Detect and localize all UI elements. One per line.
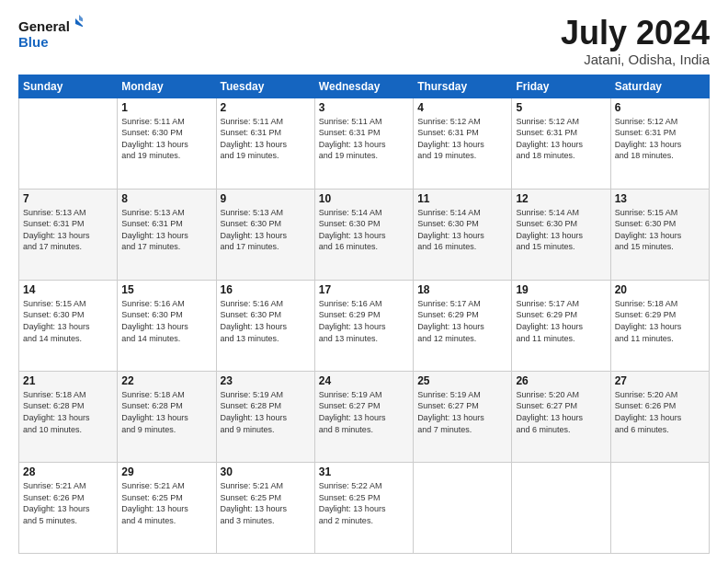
day-info: Sunrise: 5:12 AM Sunset: 6:31 PM Dayligh… <box>516 116 606 162</box>
day-info: Sunrise: 5:22 AM Sunset: 6:25 PM Dayligh… <box>319 480 409 526</box>
calendar-cell: 8Sunrise: 5:13 AM Sunset: 6:31 PM Daylig… <box>118 189 216 280</box>
day-number: 8 <box>121 192 211 205</box>
day-number: 14 <box>23 283 113 296</box>
day-info: Sunrise: 5:16 AM Sunset: 6:30 PM Dayligh… <box>221 298 311 344</box>
calendar-cell: 4Sunrise: 5:12 AM Sunset: 6:31 PM Daylig… <box>414 98 512 189</box>
day-number: 7 <box>23 192 113 205</box>
logo: General Blue <box>18 15 83 52</box>
day-number: 5 <box>516 101 606 114</box>
calendar-cell: 16Sunrise: 5:16 AM Sunset: 6:30 PM Dayli… <box>216 280 314 371</box>
calendar-cell: 7Sunrise: 5:13 AM Sunset: 6:31 PM Daylig… <box>19 189 118 280</box>
weekday-header: Thursday <box>414 75 512 98</box>
calendar-cell: 29Sunrise: 5:21 AM Sunset: 6:25 PM Dayli… <box>118 462 216 553</box>
day-number: 9 <box>221 192 311 205</box>
day-number: 21 <box>23 374 113 387</box>
calendar-cell: 10Sunrise: 5:14 AM Sunset: 6:30 PM Dayli… <box>314 189 413 280</box>
day-number: 30 <box>221 465 311 478</box>
calendar-cell: 15Sunrise: 5:16 AM Sunset: 6:30 PM Dayli… <box>118 280 216 371</box>
day-info: Sunrise: 5:15 AM Sunset: 6:30 PM Dayligh… <box>23 298 113 344</box>
day-info: Sunrise: 5:19 AM Sunset: 6:27 PM Dayligh… <box>417 389 507 435</box>
calendar-cell: 19Sunrise: 5:17 AM Sunset: 6:29 PM Dayli… <box>512 280 610 371</box>
day-info: Sunrise: 5:20 AM Sunset: 6:27 PM Dayligh… <box>516 389 606 435</box>
calendar-cell: 13Sunrise: 5:15 AM Sunset: 6:30 PM Dayli… <box>610 189 709 280</box>
calendar-cell: 27Sunrise: 5:20 AM Sunset: 6:26 PM Dayli… <box>610 371 709 462</box>
calendar-cell: 30Sunrise: 5:21 AM Sunset: 6:25 PM Dayli… <box>216 462 314 553</box>
day-info: Sunrise: 5:13 AM Sunset: 6:31 PM Dayligh… <box>121 207 211 253</box>
day-info: Sunrise: 5:11 AM Sunset: 6:30 PM Dayligh… <box>121 116 211 162</box>
weekday-header: Sunday <box>19 75 118 98</box>
day-info: Sunrise: 5:20 AM Sunset: 6:26 PM Dayligh… <box>615 389 705 435</box>
day-number: 28 <box>23 465 113 478</box>
header: General Blue July 2024 Jatani, Odisha, I… <box>18 15 710 67</box>
calendar-cell: 1Sunrise: 5:11 AM Sunset: 6:30 PM Daylig… <box>118 98 216 189</box>
day-number: 10 <box>319 192 409 205</box>
calendar-cell: 24Sunrise: 5:19 AM Sunset: 6:27 PM Dayli… <box>314 371 413 462</box>
day-number: 17 <box>319 283 409 296</box>
calendar-cell: 20Sunrise: 5:18 AM Sunset: 6:29 PM Dayli… <box>610 280 709 371</box>
day-info: Sunrise: 5:19 AM Sunset: 6:28 PM Dayligh… <box>221 389 311 435</box>
svg-marker-3 <box>79 15 83 24</box>
day-number: 18 <box>417 283 507 296</box>
day-number: 11 <box>417 192 507 205</box>
day-number: 12 <box>516 192 606 205</box>
day-number: 15 <box>121 283 211 296</box>
day-info: Sunrise: 5:18 AM Sunset: 6:28 PM Dayligh… <box>121 389 211 435</box>
calendar-cell: 3Sunrise: 5:11 AM Sunset: 6:31 PM Daylig… <box>314 98 413 189</box>
day-number: 6 <box>615 101 705 114</box>
day-number: 24 <box>319 374 409 387</box>
day-number: 31 <box>319 465 409 478</box>
day-number: 1 <box>121 101 211 114</box>
calendar-cell <box>19 98 118 189</box>
logo-svg: General Blue <box>18 15 83 52</box>
calendar-cell: 12Sunrise: 5:14 AM Sunset: 6:30 PM Dayli… <box>512 189 610 280</box>
calendar-cell: 9Sunrise: 5:13 AM Sunset: 6:30 PM Daylig… <box>216 189 314 280</box>
day-info: Sunrise: 5:14 AM Sunset: 6:30 PM Dayligh… <box>516 207 606 253</box>
day-info: Sunrise: 5:13 AM Sunset: 6:31 PM Dayligh… <box>23 207 113 253</box>
day-number: 2 <box>221 101 311 114</box>
day-info: Sunrise: 5:17 AM Sunset: 6:29 PM Dayligh… <box>516 298 606 344</box>
day-info: Sunrise: 5:21 AM Sunset: 6:25 PM Dayligh… <box>221 480 311 526</box>
day-info: Sunrise: 5:21 AM Sunset: 6:26 PM Dayligh… <box>23 480 113 526</box>
title-block: July 2024 Jatani, Odisha, India <box>561 15 710 67</box>
svg-text:Blue: Blue <box>18 34 49 50</box>
calendar-cell: 26Sunrise: 5:20 AM Sunset: 6:27 PM Dayli… <box>512 371 610 462</box>
day-info: Sunrise: 5:14 AM Sunset: 6:30 PM Dayligh… <box>417 207 507 253</box>
location: Jatani, Odisha, India <box>561 52 710 67</box>
day-number: 3 <box>319 101 409 114</box>
day-number: 16 <box>221 283 311 296</box>
day-info: Sunrise: 5:18 AM Sunset: 6:29 PM Dayligh… <box>615 298 705 344</box>
weekday-header: Monday <box>118 75 216 98</box>
month-title: July 2024 <box>561 15 710 52</box>
calendar-cell: 5Sunrise: 5:12 AM Sunset: 6:31 PM Daylig… <box>512 98 610 189</box>
day-info: Sunrise: 5:11 AM Sunset: 6:31 PM Dayligh… <box>221 116 311 162</box>
day-info: Sunrise: 5:13 AM Sunset: 6:30 PM Dayligh… <box>221 207 311 253</box>
day-number: 22 <box>121 374 211 387</box>
calendar-cell <box>414 462 512 553</box>
calendar-cell <box>512 462 610 553</box>
calendar-cell: 6Sunrise: 5:12 AM Sunset: 6:31 PM Daylig… <box>610 98 709 189</box>
day-number: 23 <box>221 374 311 387</box>
day-number: 4 <box>417 101 507 114</box>
day-info: Sunrise: 5:17 AM Sunset: 6:29 PM Dayligh… <box>417 298 507 344</box>
calendar-cell: 14Sunrise: 5:15 AM Sunset: 6:30 PM Dayli… <box>19 280 118 371</box>
calendar-cell: 17Sunrise: 5:16 AM Sunset: 6:29 PM Dayli… <box>314 280 413 371</box>
weekday-header: Friday <box>512 75 610 98</box>
day-info: Sunrise: 5:16 AM Sunset: 6:29 PM Dayligh… <box>319 298 409 344</box>
day-number: 29 <box>121 465 211 478</box>
calendar-cell: 31Sunrise: 5:22 AM Sunset: 6:25 PM Dayli… <box>314 462 413 553</box>
day-info: Sunrise: 5:18 AM Sunset: 6:28 PM Dayligh… <box>23 389 113 435</box>
weekday-header: Saturday <box>610 75 709 98</box>
calendar-cell: 23Sunrise: 5:19 AM Sunset: 6:28 PM Dayli… <box>216 371 314 462</box>
svg-text:General: General <box>18 18 70 34</box>
day-number: 27 <box>615 374 705 387</box>
day-number: 20 <box>615 283 705 296</box>
calendar-cell: 18Sunrise: 5:17 AM Sunset: 6:29 PM Dayli… <box>414 280 512 371</box>
day-number: 13 <box>615 192 705 205</box>
weekday-header: Tuesday <box>216 75 314 98</box>
day-info: Sunrise: 5:14 AM Sunset: 6:30 PM Dayligh… <box>319 207 409 253</box>
calendar-cell: 25Sunrise: 5:19 AM Sunset: 6:27 PM Dayli… <box>414 371 512 462</box>
day-info: Sunrise: 5:12 AM Sunset: 6:31 PM Dayligh… <box>615 116 705 162</box>
page: General Blue July 2024 Jatani, Odisha, I… <box>0 0 728 563</box>
day-number: 19 <box>516 283 606 296</box>
day-number: 26 <box>516 374 606 387</box>
